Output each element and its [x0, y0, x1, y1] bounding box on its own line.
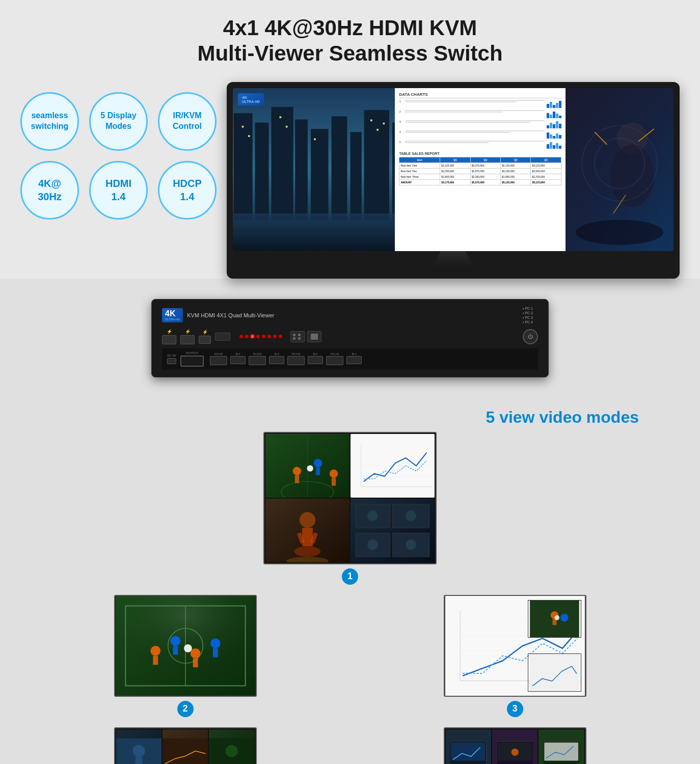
monitor-cell-2 [492, 729, 537, 764]
pc4-label: • PC 4 [523, 320, 533, 324]
svg-rect-89 [530, 654, 579, 691]
svg-rect-18 [314, 138, 316, 140]
usb-port-3-group: ⚡ [199, 330, 211, 344]
pc4-in-group: PC4 IN [210, 352, 227, 365]
svg-rect-13 [233, 213, 395, 251]
svg-point-74 [210, 638, 221, 648]
device-model-label: KVM HDMI 4X1 Quad Multi-Viewer [187, 312, 274, 318]
sales-table: Item Q1 Q2 Q3 Q4 Row Item One [399, 157, 561, 185]
in3-port[interactable] [269, 356, 284, 364]
in2-port[interactable] [308, 356, 323, 364]
svg-point-34 [293, 467, 302, 475]
svg-rect-15 [248, 135, 250, 137]
pc2-in-port[interactable] [287, 356, 305, 365]
mode-2-number: 2 [177, 701, 194, 717]
in1-port[interactable] [346, 356, 362, 364]
table-sales-title: TABLE SALES REPORT [399, 152, 561, 155]
brand-4k-text: 4K [165, 310, 180, 318]
tv-screen-data-panel: DATA CHARTS 1 [395, 88, 565, 251]
in1-group: IN 1 [346, 352, 362, 365]
usb-icon-2: ⚡ [185, 329, 191, 334]
dc-label: DC 5V [167, 354, 176, 357]
badge-ir-kvm: IR/KVM Control [158, 92, 217, 151]
pc1-in-group: PC1 IN [326, 352, 343, 365]
power-icon: ⏻ [528, 334, 533, 339]
svg-point-62 [406, 539, 416, 550]
usb-port-2[interactable] [180, 335, 195, 344]
svg-point-87 [560, 614, 568, 621]
feature-badges: seamless switching 5 Display Modes IR/KV… [20, 82, 217, 220]
mode-2-screen [114, 595, 257, 697]
table-row: Row Item One $1,125,900 $3,575,900 $2,12… [399, 162, 561, 168]
svg-point-24 [610, 145, 654, 207]
svg-rect-3 [234, 113, 253, 220]
pip-chart-graphic [528, 654, 581, 691]
pc2-label: • PC 2 [523, 311, 533, 315]
tv-base [402, 266, 504, 272]
brand-ultrahd-text: ULTRA HD [165, 318, 180, 321]
grid-cell-3 [209, 729, 254, 764]
badges-row-2: 4K@ 30Hz HDMI 1.4 HDCP 1.4 [20, 161, 217, 220]
pc3-in-group: PC3 IN [249, 352, 266, 365]
quad-cell-sports [265, 434, 349, 498]
svg-rect-102 [451, 743, 486, 761]
svg-point-105 [511, 749, 518, 756]
input-ports-row: PC4 IN IN 4 PC3 IN IN 3 PC2 IN [210, 352, 362, 365]
mode-1-item: 1 [263, 432, 437, 585]
tv-screen-action-panel [566, 88, 674, 251]
usb-port-1-group: ⚡ [162, 329, 176, 344]
mode-1-screen [263, 432, 437, 564]
output-label: OUTPUT [186, 351, 199, 354]
usb-icon-1: ⚡ [167, 329, 172, 334]
badge-display-modes: 5 Display Modes [89, 92, 148, 151]
led-3-on [251, 335, 254, 338]
led-indicator-row [239, 335, 282, 338]
svg-rect-4 [255, 122, 268, 220]
power-button[interactable]: ⏻ [523, 329, 538, 344]
mode-4-item: 4 [114, 727, 257, 764]
svg-rect-17 [286, 126, 288, 128]
kvm-switch-device: 4K ULTRA HD KVM HDMI 4X1 Quad Multi-View… [151, 299, 549, 377]
chart-row-4: 4 [399, 130, 561, 139]
svg-rect-5 [271, 107, 293, 220]
hdmi-port-front[interactable] [215, 333, 230, 341]
chart-row-5: 5 [399, 141, 561, 149]
mode-2-item: 2 [114, 595, 257, 717]
mode-5-screen [444, 727, 586, 764]
output-port[interactable] [180, 356, 204, 367]
usb-port-3[interactable] [199, 336, 211, 344]
tv-frame: 4K ULTRA HD [227, 82, 680, 279]
mode-btn-single[interactable] [307, 331, 321, 342]
chart-row-1: 1 [399, 100, 561, 108]
in4-port[interactable] [230, 356, 246, 364]
svg-point-68 [150, 646, 160, 656]
led-2 [245, 335, 249, 338]
svg-rect-14 [242, 126, 244, 128]
mode-3-number: 3 [507, 701, 523, 717]
monitor-cell-3 [539, 729, 584, 764]
mode-btn-quad[interactable] [290, 331, 305, 342]
grid-cell-2 [163, 729, 208, 764]
device-top-panel: 4K ULTRA HD KVM HDMI 4X1 Quad Multi-View… [162, 307, 538, 324]
svg-rect-19 [370, 119, 372, 121]
pip-small-window [528, 600, 581, 638]
svg-point-76 [184, 644, 192, 652]
badge-4k-30hz: 4K@ 30Hz [20, 161, 79, 220]
svg-rect-37 [316, 467, 320, 475]
grid-cell-1 [116, 729, 161, 764]
pc1-in-port[interactable] [326, 356, 343, 365]
device-back-panel: DC 5V OUTPUT PC4 IN IN 4 PC3 IN [162, 348, 538, 370]
dc-port[interactable] [167, 358, 176, 364]
mode-1-row: 1 [20, 432, 680, 585]
pc4-in-port[interactable] [210, 356, 227, 365]
pc3-in-port[interactable] [249, 356, 266, 365]
header-section: 4x1 4K@30Hz HDMI KVM Multi-Viewer Seamle… [0, 0, 700, 279]
modes-row-4-5: 4 [20, 727, 680, 764]
quad-cell-monitor [351, 499, 435, 562]
chart-graphic-1 [351, 434, 435, 498]
svg-rect-86 [552, 619, 556, 625]
led-4 [256, 335, 260, 338]
usb-port-1[interactable] [162, 335, 176, 344]
svg-point-59 [367, 510, 378, 521]
device-controls-row: ⚡ ⚡ ⚡ [162, 329, 538, 344]
